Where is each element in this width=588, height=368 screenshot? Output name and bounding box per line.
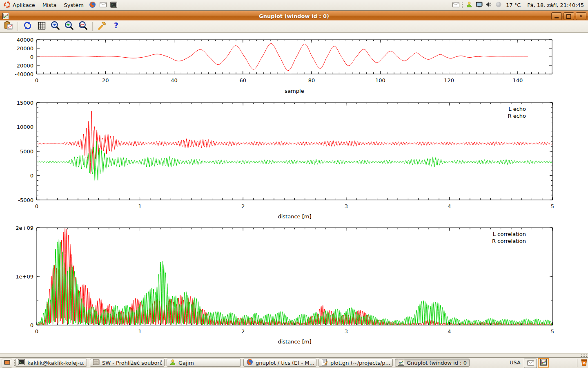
x-tick-label: 1 — [138, 203, 141, 209]
x-tick-label: 0 — [35, 203, 38, 209]
minimize-button[interactable] — [551, 12, 562, 20]
gnuplot-icon — [398, 359, 404, 367]
x-axis-title: sample — [285, 88, 304, 94]
y-tick-label: 5000 — [20, 148, 33, 155]
menu-places[interactable]: Místa — [39, 0, 60, 10]
keyboard-layout-indicator[interactable]: USA — [510, 359, 521, 366]
y-tick-label: 0 — [30, 173, 33, 179]
charts-svg: 020406080100120140-40000-200000200004000… — [0, 33, 588, 353]
taskbar-button-label: Gnuplot (window id : 0) — [407, 360, 467, 366]
taskbar-button-1[interactable]: >_kaklik@kaklik-kolej-u... — [15, 359, 87, 367]
display-icon — [476, 2, 483, 9]
temperature-indicator: 17 °C — [503, 2, 523, 8]
chart-2-legend: L echoR echo — [508, 106, 549, 119]
clock[interactable]: Pá, 18. září, 21:40:45 — [523, 2, 588, 8]
maximize-icon — [566, 14, 571, 19]
taskbar-button-label: plot.gn (~/projects/p... — [330, 360, 390, 366]
refresh-icon — [23, 21, 32, 32]
x-tick-label: 5 — [551, 203, 554, 209]
menu-applications-label: Aplikace — [13, 2, 35, 8]
launcher-terminal[interactable]: >_ — [109, 0, 119, 10]
zoom-next-button[interactable] — [63, 21, 75, 32]
y-tick-label: 40000 — [17, 37, 33, 43]
x-tick-label: 3 — [345, 328, 348, 334]
legend-label: L echo — [508, 106, 526, 112]
mail-icon — [100, 2, 107, 9]
y-tick-label: -40000 — [15, 71, 33, 77]
taskbar-button-3[interactable]: Gajim — [167, 359, 241, 367]
tray-display[interactable] — [474, 0, 484, 10]
taskbar-mail-button[interactable] — [524, 359, 537, 368]
gnuplot-icon — [540, 359, 547, 367]
chart-3-labels: 01234501e+092e+09distance [m] — [16, 225, 554, 345]
x-tick-label: 0 — [35, 77, 38, 83]
ubuntu-logo-icon — [4, 1, 11, 9]
trash-icon: ♻ — [580, 358, 588, 368]
copy-button[interactable] — [2, 21, 14, 32]
series-r-correlation — [37, 240, 552, 325]
plot-canvas[interactable]: 020406080100120140-40000-200000200004000… — [0, 33, 588, 353]
taskbar-button-6[interactable]: Gnuplot (window id : 0) — [395, 359, 470, 367]
chart-2: 012345-5000050001000015000distance [m]L … — [17, 100, 555, 220]
launcher-mail[interactable] — [98, 0, 109, 10]
zoom-previous-button[interactable] — [49, 21, 61, 32]
titlebar[interactable]: Gnuplot (window id : 0) ✕ — [0, 11, 588, 21]
y-tick-label: -20000 — [15, 63, 33, 69]
x-tick-label: 40 — [171, 77, 178, 83]
refresh-button[interactable] — [22, 21, 33, 32]
svg-text:>_: >_ — [19, 361, 23, 364]
panel-handle[interactable] — [461, 2, 463, 9]
x-tick-label: 20 — [102, 77, 109, 83]
maximize-button[interactable] — [564, 12, 574, 20]
trash-applet[interactable]: ♻ — [580, 359, 588, 367]
x-tick-label: 100 — [375, 77, 385, 83]
taskbar-button-5[interactable]: plot.gn (~/projects/p... — [318, 359, 393, 367]
menu-system[interactable]: Systém — [60, 0, 87, 10]
desktop: Aplikace Místa Systém >_ 17 °C Pá, 18. z… — [0, 0, 588, 368]
tray-weather[interactable] — [494, 0, 503, 10]
legend-label: R correlation — [492, 238, 526, 244]
x-tick-label: 4 — [448, 328, 451, 334]
taskbar: USA ♻ >_kaklik@kaklik-kolej-u...SW - Pro… — [0, 357, 588, 368]
chart-1: 020406080100120140-40000-200000200004000… — [15, 37, 552, 94]
volume-icon — [486, 2, 492, 9]
top-panel: Aplikace Místa Systém >_ 17 °C Pá, 18. z… — [0, 0, 588, 11]
close-button[interactable]: ✕ — [576, 12, 586, 20]
launcher-firefox[interactable] — [87, 0, 98, 10]
taskbar-button-2[interactable]: SW - Prohlížeč souborů — [90, 359, 165, 367]
svg-text:♻: ♻ — [583, 361, 586, 365]
chart-2-axes — [37, 103, 552, 200]
grid-button[interactable] — [36, 21, 47, 32]
mail-icon — [452, 2, 459, 9]
tray-mail[interactable] — [451, 0, 461, 10]
chart-1-series — [37, 44, 528, 71]
x-tick-label: 5 — [551, 328, 554, 334]
show-desktop-icon — [4, 359, 11, 367]
zoom-reset-button[interactable] — [77, 21, 89, 32]
series-l-correlation — [37, 227, 552, 325]
taskbar-gnuplot-tray[interactable] — [538, 358, 549, 368]
series-r-echo — [37, 141, 552, 181]
toolbar-separator — [18, 22, 18, 31]
menu-applications[interactable]: Aplikace — [0, 0, 39, 10]
legend-label: R echo — [508, 113, 526, 119]
tray-user[interactable] — [464, 0, 474, 10]
x-tick-label: 1 — [138, 328, 141, 334]
gnuplot-window: Gnuplot (window id : 0) ✕ ? 020406080100… — [0, 11, 588, 357]
settings-button[interactable] — [96, 21, 108, 32]
tray-volume[interactable] — [484, 0, 494, 10]
y-tick-label: 10000 — [17, 124, 33, 130]
zoom-previous-icon — [51, 21, 60, 32]
taskbar-button-label: Gajim — [178, 360, 194, 366]
help-icon: ? — [111, 21, 121, 32]
help-button[interactable]: ? — [110, 21, 122, 32]
taskbar-button-4[interactable]: gnuplot / tics (E) - M... — [243, 359, 316, 367]
chart-3-series — [37, 227, 552, 325]
show-desktop-button[interactable] — [2, 359, 12, 368]
zoom-reset-icon — [78, 21, 88, 32]
settings-icon — [98, 21, 107, 32]
taskbar-separator — [577, 359, 577, 367]
chart-3: 01234501e+092e+09distance [m]L correlati… — [16, 225, 554, 345]
y-tick-label: 15000 — [17, 100, 33, 106]
resize-grip[interactable] — [581, 354, 587, 357]
